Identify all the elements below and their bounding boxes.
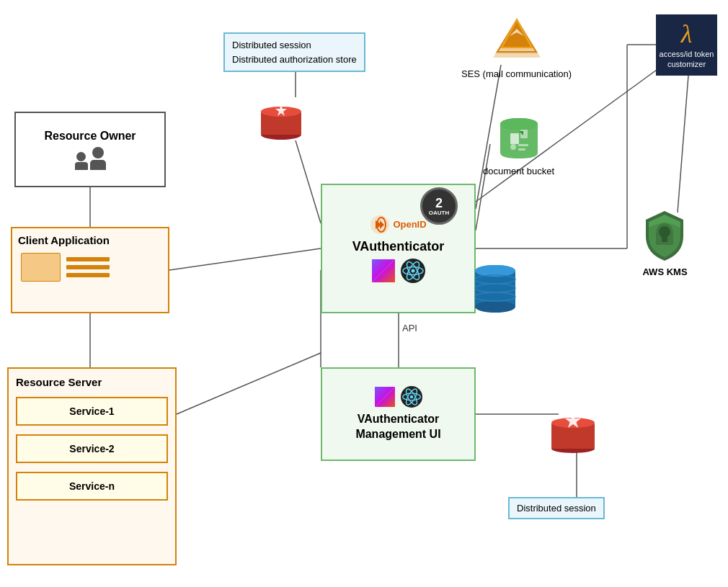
svg-line-5 bbox=[296, 140, 321, 223]
redis-mgmt-icon bbox=[548, 407, 598, 454]
distributed-session-box: Distributed session Distributed authoriz… bbox=[223, 32, 365, 72]
react-icon bbox=[401, 259, 425, 283]
s3-icon bbox=[497, 115, 541, 162]
lambda-label: access/id token customizer bbox=[656, 49, 717, 70]
service-2-box: Service-2 bbox=[16, 434, 168, 463]
app-line-1 bbox=[66, 257, 110, 261]
person-front bbox=[90, 147, 106, 170]
distributed-session-bottom-box: Distributed session bbox=[508, 497, 605, 519]
oauth2-number: 2 bbox=[435, 197, 443, 210]
svg-point-48 bbox=[510, 144, 516, 150]
openid-icon bbox=[370, 215, 390, 235]
service-n-box: Service-n bbox=[16, 472, 168, 501]
kotlin-icon-mgmt bbox=[375, 387, 395, 407]
svg-rect-52 bbox=[662, 235, 667, 242]
document-bucket-box: document bucket bbox=[483, 115, 554, 176]
resource-server-box: Resource Server Service-1 Service-2 Serv… bbox=[7, 367, 177, 565]
app-line-3 bbox=[66, 273, 110, 277]
redis-management bbox=[548, 407, 598, 457]
vauthenticator-mgmt-box: VAuthenticatorManagement UI bbox=[321, 367, 476, 461]
oauth2-label: OAUTH bbox=[429, 210, 449, 216]
client-app-title: Client Application bbox=[18, 234, 162, 246]
person-back bbox=[75, 152, 88, 170]
person-head-back bbox=[76, 152, 86, 161]
svg-point-37 bbox=[409, 395, 412, 398]
resource-owner-label: Resource Owner bbox=[44, 130, 136, 143]
lambda-box: λ access/id token customizer bbox=[656, 14, 717, 76]
client-app-icons bbox=[18, 250, 162, 284]
svg-rect-49 bbox=[518, 144, 528, 146]
resource-owner-box: Resource Owner bbox=[14, 112, 166, 187]
redis-top bbox=[259, 97, 303, 143]
kms-shield-icon bbox=[642, 209, 688, 263]
people-icon bbox=[75, 147, 106, 170]
person-body-back bbox=[75, 162, 88, 170]
svg-point-30 bbox=[411, 269, 414, 272]
svg-line-3 bbox=[177, 353, 321, 414]
architecture-diagram: Distributed session Distributed authoriz… bbox=[0, 0, 728, 587]
vauthenticator-mgmt-icons-row bbox=[375, 386, 422, 408]
kms-label: AWS KMS bbox=[642, 266, 687, 277]
lambda-symbol: λ bbox=[681, 21, 693, 47]
kotlin-icon bbox=[372, 259, 395, 282]
redis-top-icon bbox=[259, 97, 303, 140]
svg-line-2 bbox=[169, 248, 321, 270]
svg-point-44 bbox=[500, 118, 538, 130]
dist-session-line2: Distributed authorization store bbox=[232, 53, 357, 67]
app-screen-icon bbox=[21, 253, 61, 282]
resource-server-title: Resource Server bbox=[16, 376, 168, 388]
svg-rect-45 bbox=[510, 133, 519, 144]
vauthenticator-mgmt-title: VAuthenticatorManagement UI bbox=[355, 412, 440, 442]
vauthenticator-icons-row bbox=[372, 259, 425, 283]
ses-icon bbox=[492, 14, 542, 65]
database-icon bbox=[472, 259, 519, 317]
svg-rect-46 bbox=[520, 130, 528, 138]
dist-session-bottom-label: Distributed session bbox=[517, 503, 596, 514]
openid-badge: OpenID bbox=[370, 215, 426, 235]
ses-box: SES (mail communication) bbox=[461, 14, 572, 79]
svg-rect-50 bbox=[518, 148, 525, 151]
database-box bbox=[472, 259, 519, 320]
kms-box: AWS KMS bbox=[642, 209, 688, 277]
doc-bucket-label: document bucket bbox=[483, 166, 554, 176]
svg-point-55 bbox=[475, 301, 515, 313]
app-lines-icon bbox=[66, 257, 110, 277]
service-1-box: Service-1 bbox=[16, 397, 168, 426]
vauthenticator-title: VAuthenticator bbox=[352, 239, 445, 254]
react-icon-mgmt bbox=[401, 386, 422, 408]
openid-label: OpenID bbox=[393, 219, 426, 230]
person-head-front bbox=[92, 147, 104, 158]
client-application-box: Client Application bbox=[11, 227, 169, 313]
person-body-front bbox=[90, 160, 106, 170]
api-label: API bbox=[402, 323, 417, 333]
svg-line-10 bbox=[678, 76, 688, 212]
ses-label: SES (mail communication) bbox=[461, 68, 572, 79]
dist-session-line1: Distributed session bbox=[232, 38, 357, 53]
oauth2-badge: 2 OAUTH bbox=[420, 187, 458, 225]
app-line-2 bbox=[66, 265, 110, 269]
